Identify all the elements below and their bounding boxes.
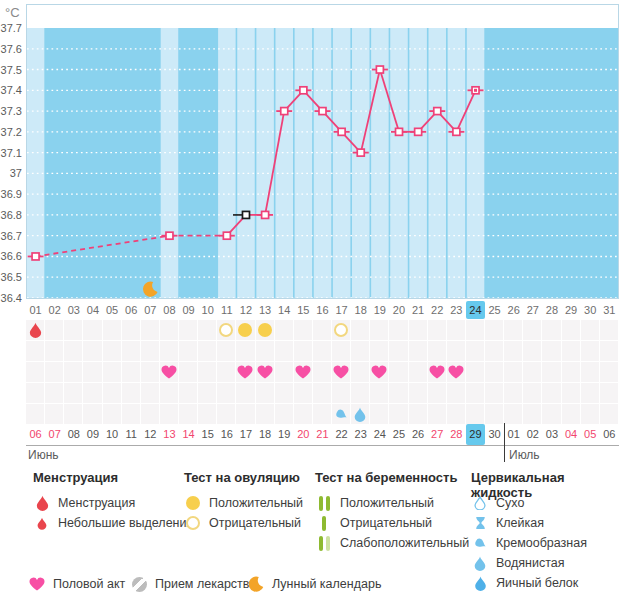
pregnancy-tests-cell-day-25[interactable] <box>485 341 504 362</box>
pregnancy-tests-cell-day-14[interactable] <box>275 341 294 362</box>
calendar-date-june-11[interactable]: 11 <box>122 424 141 445</box>
cycle-day-07[interactable]: 07 <box>141 301 160 319</box>
medication-cell-day-23[interactable] <box>447 383 466 404</box>
cycle-day-29[interactable]: 29 <box>562 301 581 319</box>
cycle-day-28[interactable]: 28 <box>542 301 561 319</box>
pregnancy-tests-cell-day-23[interactable] <box>447 341 466 362</box>
tests-and-menses-cell-day-5[interactable] <box>103 320 122 341</box>
tests-and-menses-cell-day-4[interactable] <box>83 320 102 341</box>
calendar-date-june-20[interactable]: 20 <box>294 424 313 445</box>
tests-and-menses-cell-day-22[interactable] <box>428 320 447 341</box>
medication-cell-day-22[interactable] <box>428 383 447 404</box>
tests-and-menses-cell-day-6[interactable] <box>122 320 141 341</box>
medication-cell-day-10[interactable] <box>198 383 217 404</box>
cervical-fluid-cell-day-3[interactable] <box>64 404 83 425</box>
cycle-day-30[interactable]: 30 <box>581 301 600 319</box>
intercourse-cell-day-18[interactable] <box>351 362 370 383</box>
medication-cell-day-12[interactable] <box>236 383 255 404</box>
intercourse-cell-day-2[interactable] <box>45 362 64 383</box>
cycle-day-23[interactable]: 23 <box>447 301 466 319</box>
cycle-day-31[interactable]: 31 <box>600 301 619 319</box>
cervical-fluid-cell-day-15[interactable] <box>294 404 313 425</box>
tests-and-menses-cell-day-23[interactable] <box>447 320 466 341</box>
tests-and-menses-cell-day-15[interactable] <box>294 320 313 341</box>
calendar-date-june-09[interactable]: 09 <box>83 424 102 445</box>
cycle-day-04[interactable]: 04 <box>83 301 102 319</box>
intercourse-cell-day-21[interactable] <box>409 362 428 383</box>
cycle-day-19[interactable]: 19 <box>370 301 389 319</box>
tests-and-menses-cell-day-18[interactable] <box>351 320 370 341</box>
intercourse-cell-day-31[interactable] <box>600 362 619 383</box>
cycle-day-14[interactable]: 14 <box>275 301 294 319</box>
pregnancy-tests-cell-day-26[interactable] <box>504 341 523 362</box>
calendar-date-june-18[interactable]: 18 <box>256 424 275 445</box>
calendar-date-june-15[interactable]: 15 <box>198 424 217 445</box>
pregnancy-tests-cell-day-3[interactable] <box>64 341 83 362</box>
cycle-day-15[interactable]: 15 <box>294 301 313 319</box>
cervical-fluid-cell-day-8[interactable] <box>160 404 179 425</box>
cycle-day-20[interactable]: 20 <box>389 301 408 319</box>
calendar-date-july-05[interactable]: 05 <box>581 424 600 445</box>
cycle-day-17[interactable]: 17 <box>332 301 351 319</box>
pregnancy-tests-cell-day-10[interactable] <box>198 341 217 362</box>
intercourse-cell-day-7[interactable] <box>141 362 160 383</box>
cervical-fluid-cell-day-2[interactable] <box>45 404 64 425</box>
cervical-fluid-cell-day-7[interactable] <box>141 404 160 425</box>
cervical-fluid-cell-day-12[interactable] <box>236 404 255 425</box>
intercourse-cell-day-28[interactable] <box>542 362 561 383</box>
pregnancy-tests-cell-day-24[interactable] <box>466 341 485 362</box>
cervical-fluid-cell-day-29[interactable] <box>562 404 581 425</box>
tests-and-menses-cell-day-26[interactable] <box>504 320 523 341</box>
intercourse-cell-day-5[interactable] <box>103 362 122 383</box>
cycle-day-25[interactable]: 25 <box>485 301 504 319</box>
cycle-day-06[interactable]: 06 <box>122 301 141 319</box>
calendar-date-july-01[interactable]: 01 <box>504 424 523 445</box>
medication-cell-day-7[interactable] <box>141 383 160 404</box>
cervical-fluid-cell-day-26[interactable] <box>504 404 523 425</box>
calendar-date-june-26[interactable]: 26 <box>409 424 428 445</box>
cervical-fluid-cell-day-21[interactable] <box>409 404 428 425</box>
tests-and-menses-cell-day-1[interactable] <box>26 320 45 341</box>
medication-cell-day-21[interactable] <box>409 383 428 404</box>
tests-and-menses-cell-day-24[interactable] <box>466 320 485 341</box>
medication-cell-day-15[interactable] <box>294 383 313 404</box>
pregnancy-tests-cell-day-16[interactable] <box>313 341 332 362</box>
intercourse-cell-day-29[interactable] <box>562 362 581 383</box>
tests-and-menses-cell-day-17[interactable] <box>332 320 351 341</box>
intercourse-cell-day-8[interactable] <box>160 362 179 383</box>
pregnancy-tests-cell-day-27[interactable] <box>523 341 542 362</box>
medication-cell-day-25[interactable] <box>485 383 504 404</box>
cervical-fluid-cell-day-22[interactable] <box>428 404 447 425</box>
pregnancy-tests-cell-day-29[interactable] <box>562 341 581 362</box>
cervical-fluid-cell-day-10[interactable] <box>198 404 217 425</box>
cervical-fluid-cell-day-11[interactable] <box>217 404 236 425</box>
tests-and-menses-cell-day-3[interactable] <box>64 320 83 341</box>
calendar-date-june-24[interactable]: 24 <box>370 424 389 445</box>
intercourse-cell-day-4[interactable] <box>83 362 102 383</box>
pregnancy-tests-cell-day-7[interactable] <box>141 341 160 362</box>
intercourse-cell-day-27[interactable] <box>523 362 542 383</box>
medication-cell-day-8[interactable] <box>160 383 179 404</box>
intercourse-cell-day-23[interactable] <box>447 362 466 383</box>
cycle-day-02[interactable]: 02 <box>45 301 64 319</box>
intercourse-cell-day-12[interactable] <box>236 362 255 383</box>
medication-cell-day-28[interactable] <box>542 383 561 404</box>
calendar-date-july-03[interactable]: 03 <box>542 424 561 445</box>
temperature-chart[interactable] <box>26 4 619 299</box>
pregnancy-tests-cell-day-9[interactable] <box>179 341 198 362</box>
medication-cell-day-2[interactable] <box>45 383 64 404</box>
intercourse-cell-day-20[interactable] <box>389 362 408 383</box>
tests-and-menses-cell-day-12[interactable] <box>236 320 255 341</box>
cervical-fluid-cell-day-9[interactable] <box>179 404 198 425</box>
pregnancy-tests-cell-day-20[interactable] <box>389 341 408 362</box>
pregnancy-tests-cell-day-22[interactable] <box>428 341 447 362</box>
calendar-date-june-08[interactable]: 08 <box>64 424 83 445</box>
pregnancy-tests-cell-day-4[interactable] <box>83 341 102 362</box>
tests-and-menses-cell-day-13[interactable] <box>256 320 275 341</box>
cervical-fluid-cell-day-25[interactable] <box>485 404 504 425</box>
tests-and-menses-cell-day-9[interactable] <box>179 320 198 341</box>
cycle-day-13[interactable]: 13 <box>256 301 275 319</box>
cycle-day-03[interactable]: 03 <box>64 301 83 319</box>
medication-cell-day-27[interactable] <box>523 383 542 404</box>
medication-cell-day-16[interactable] <box>313 383 332 404</box>
